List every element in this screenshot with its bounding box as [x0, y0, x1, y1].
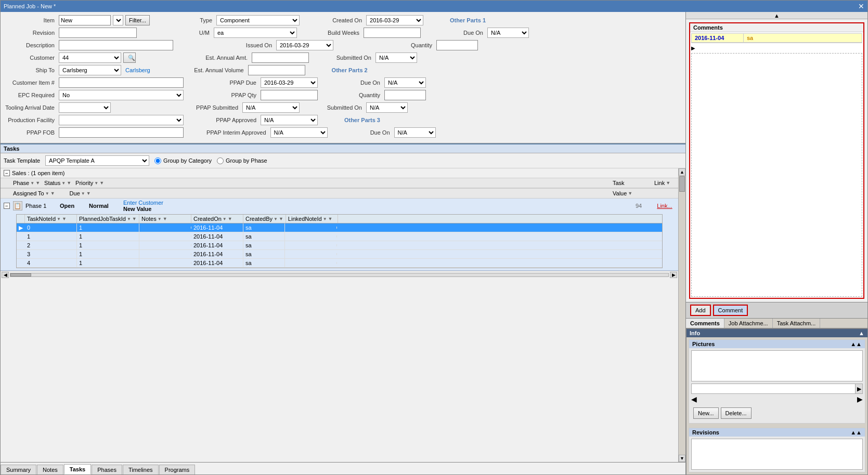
sort-createdby[interactable]: ▼	[274, 217, 278, 221]
group-by-phase-label[interactable]: Group by Phase	[226, 157, 267, 164]
filter-createdby[interactable]: ▼	[279, 216, 283, 221]
filter-icon-priority[interactable]: ▼	[99, 180, 104, 186]
h-scrollbar[interactable]: ◀ ▶	[1, 271, 678, 278]
col-task-header[interactable]	[106, 179, 611, 187]
notes-col-notes[interactable]: Notes ▼ ▼	[139, 215, 191, 223]
submitted-on-select2[interactable]: N/A	[366, 102, 408, 113]
comments-tab-job-attachments[interactable]: Job Attachme...	[724, 319, 773, 328]
form-scroll-up[interactable]: ▲	[686, 12, 867, 19]
scroll-left-btn[interactable]: ◀	[2, 272, 9, 278]
comments-text-area[interactable]	[691, 53, 862, 297]
quantity-input2[interactable]	[384, 90, 426, 100]
filter-icon-link[interactable]: ▼	[666, 180, 670, 186]
ppap-fob-input[interactable]	[59, 127, 184, 138]
ppap-approved-select[interactable]: N/A	[261, 115, 318, 125]
notes-col-createdon[interactable]: CreatedOn ▼ ▼	[191, 215, 243, 223]
scroll-down-btn[interactable]: ▼	[679, 455, 685, 462]
notes-row-4[interactable]: 4 1 2016-11-04 sa	[17, 259, 662, 268]
col-assignedto-header[interactable]: Assigned To ▼ ▼	[11, 190, 57, 197]
group-by-category-label[interactable]: Group by Category	[163, 157, 212, 164]
filter-icon-status[interactable]: ▼	[67, 180, 71, 186]
filter-linkednoteid[interactable]: ▼	[328, 216, 333, 221]
ppap-qty-input[interactable]	[261, 90, 318, 100]
ppap-interim-select[interactable]: N/A	[270, 127, 328, 138]
ppap-due-select[interactable]: 2016-03-29	[261, 77, 318, 88]
col-phase-header[interactable]: Phase ▼ ▼	[11, 179, 42, 187]
tab-programs[interactable]: Programs	[159, 465, 196, 474]
notes-row-2[interactable]: 2 1 2016-11-04 sa	[17, 241, 662, 250]
build-weeks-input[interactable]	[364, 28, 421, 38]
est-annual-amt-input[interactable]	[252, 52, 309, 63]
item-dropdown[interactable]: ▼	[113, 15, 123, 25]
sort-createdon[interactable]: ▼	[223, 217, 227, 221]
notes-col-createdby[interactable]: CreatedBy ▼ ▼	[243, 215, 286, 223]
filter-icon-phase[interactable]: ▼	[35, 180, 40, 186]
created-on-select[interactable]: 2016-03-29	[366, 15, 423, 25]
tasks-vscrollbar[interactable]: ▲ ▼	[678, 168, 685, 462]
comments-tab-comments[interactable]: Comments	[686, 319, 724, 328]
filter-icon-assigned[interactable]: ▼	[50, 191, 55, 196]
col-priority-header[interactable]: Priority ▼ ▼	[73, 179, 106, 187]
issued-on-select[interactable]: 2016-03-29	[276, 40, 333, 50]
tasks-inner[interactable]: − Sales : (1 open item) Phase ▼ ▼ Sta	[1, 168, 678, 462]
sort-notes[interactable]: ▼	[158, 217, 162, 221]
sort-linkednoteid[interactable]: ▼	[323, 217, 327, 221]
epc-required-select[interactable]: No	[59, 90, 184, 100]
col-value-header[interactable]: Value ▼	[611, 190, 652, 197]
scroll-h-thumb[interactable]	[10, 273, 31, 276]
ppap-submitted-select[interactable]: N/A	[242, 102, 300, 113]
col-status-header[interactable]: Status ▼ ▼	[42, 179, 73, 187]
task-description[interactable]: Enter Customer	[123, 200, 632, 206]
submitted-on-select1[interactable]: N/A	[375, 52, 417, 63]
col-task-value-header[interactable]: Task	[611, 179, 652, 187]
comments-tab-task-attachments[interactable]: Task Attachm...	[773, 319, 821, 328]
scroll-up-btn[interactable]: ▲	[679, 168, 685, 176]
tab-timelines[interactable]: Timelines	[123, 465, 159, 474]
type-select[interactable]: Component	[216, 15, 300, 25]
template-select[interactable]: APQP Template A	[45, 155, 149, 166]
filter-plannedjob[interactable]: ▼	[132, 216, 137, 221]
pictures-new-button[interactable]: New...	[693, 407, 719, 419]
link-button[interactable]: Link...	[654, 203, 675, 209]
comments-row-1[interactable]: 2016-11-04 sa	[692, 34, 862, 43]
due-on-select2[interactable]: N/A	[384, 77, 426, 88]
tab-tasks[interactable]: Tasks	[64, 464, 91, 474]
filter-notes[interactable]: ▼	[163, 216, 167, 221]
customer-search-button[interactable]: 🔍	[123, 52, 136, 63]
tooling-arrival-select[interactable]	[59, 102, 111, 113]
filter-icon-due[interactable]: ▼	[86, 191, 91, 196]
filter-icon-value[interactable]: ▼	[628, 191, 632, 196]
sort-tasknoteid[interactable]: ▼	[57, 217, 61, 221]
notes-row-1[interactable]: 1 1 2016-11-04 sa	[17, 232, 662, 241]
revision-input[interactable]	[59, 28, 137, 38]
item-input[interactable]: New	[59, 15, 111, 25]
notes-col-plannedjob[interactable]: PlannedJobTaskId ▼ ▼	[77, 215, 139, 223]
um-select[interactable]: ea	[214, 28, 297, 38]
due-on-select3[interactable]: N/A	[394, 127, 436, 138]
comment-button[interactable]: Comment	[713, 305, 748, 316]
task-expand-toggle[interactable]: −	[4, 203, 10, 209]
info-collapse[interactable]: ▲	[859, 330, 864, 336]
quantity-input1[interactable]	[436, 40, 478, 50]
pictures-left-arrow[interactable]: ◀	[691, 395, 697, 403]
col-due-header[interactable]: Due ▼ ▼	[68, 190, 93, 197]
revisions-collapse[interactable]: ▲▲	[850, 429, 862, 436]
sort-plannedjob[interactable]: ▼	[127, 217, 131, 221]
add-button[interactable]: Add	[690, 305, 711, 316]
notes-col-tasknoteid[interactable]: TaskNoteId ▼ ▼	[25, 215, 77, 223]
notes-col-linkednoteid[interactable]: LinkedNoteId ▼ ▼	[286, 215, 338, 223]
pictures-collapse[interactable]: ▲▲	[850, 341, 862, 347]
pictures-right-arrow[interactable]: ▶	[857, 395, 863, 403]
production-facility-select[interactable]	[59, 115, 184, 125]
tab-phases[interactable]: Phases	[92, 465, 122, 474]
pictures-scroll-right[interactable]: ▶	[855, 384, 862, 393]
filter-tasknoteid[interactable]: ▼	[62, 216, 67, 221]
ship-to-link[interactable]: Carlsberg	[125, 67, 150, 73]
col-link-header[interactable]: Link ▼	[652, 179, 678, 187]
scroll-h-track[interactable]	[10, 273, 669, 277]
scroll-v-thumb[interactable]	[679, 176, 685, 192]
close-icon[interactable]: ✕	[858, 2, 864, 10]
ship-to-select[interactable]: Carlsberg	[59, 65, 121, 75]
filter-createdon[interactable]: ▼	[228, 216, 232, 221]
description-input[interactable]	[59, 40, 173, 50]
